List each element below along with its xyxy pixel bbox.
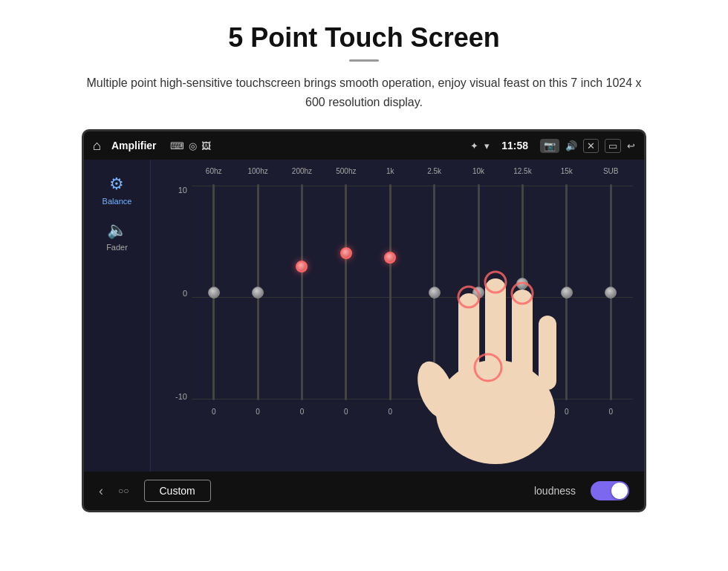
- slider-track-5[interactable]: [433, 184, 435, 400]
- slider-label-1: 0: [256, 408, 260, 416]
- slider-col-7[interactable]: 0: [504, 178, 541, 416]
- slider-track-4[interactable]: [389, 184, 391, 400]
- fader-label: Fader: [106, 243, 128, 252]
- slider-thumb-0[interactable]: [208, 287, 220, 298]
- slider-thumb-6[interactable]: [472, 287, 484, 298]
- slider-label-2: 0: [300, 408, 305, 416]
- slider-thumb-3[interactable]: [340, 247, 352, 259]
- freq-500hz: 500hz: [328, 167, 365, 175]
- window-icon[interactable]: ▭: [605, 139, 621, 153]
- status-time: 11:58: [501, 140, 528, 151]
- slider-label-7: 0: [521, 408, 525, 416]
- sidebar: ⚙ Balance 🔈 Fader: [84, 160, 151, 472]
- back-button[interactable]: ‹: [99, 483, 103, 499]
- eq-scale: 10 0 -10: [162, 178, 192, 416]
- slider-label-0: 0: [212, 408, 216, 416]
- freq-sub: SUB: [592, 167, 629, 175]
- close-icon[interactable]: ✕: [583, 139, 599, 153]
- custom-button[interactable]: Custom: [144, 480, 211, 502]
- slider-thumb-9[interactable]: [605, 287, 617, 298]
- toggle-knob: [611, 483, 628, 499]
- volume-icon[interactable]: 🔊: [565, 140, 577, 151]
- slider-col-9[interactable]: 0: [592, 178, 629, 416]
- wifi-icon: ▾: [484, 140, 490, 151]
- slider-label-9: 0: [608, 408, 613, 416]
- bluetooth-icon: ✦: [470, 140, 478, 151]
- app-name: Amplifier: [111, 140, 157, 151]
- slider-thumb-1[interactable]: [252, 287, 264, 298]
- slider-track-1[interactable]: [257, 184, 259, 400]
- loudness-toggle[interactable]: [591, 481, 629, 500]
- title-divider: [349, 59, 379, 62]
- slider-track-0[interactable]: [212, 184, 215, 400]
- slider-col-0[interactable]: 0: [195, 178, 233, 416]
- slider-col-2[interactable]: 0: [283, 178, 320, 416]
- status-icons-group: ⌨ ◎ 🖼: [170, 140, 465, 151]
- eq-body: 10 0 -10 0: [162, 178, 633, 416]
- freq-labels: 60hz 100hz 200hz 500hz 1k 2.5k 10k 12.5k…: [192, 167, 633, 175]
- slider-label-6: 0: [476, 408, 481, 416]
- slider-col-5[interactable]: 0: [416, 178, 453, 416]
- device-frame: ⌂ Amplifier ⌨ ◎ 🖼 ✦ ▾ 11:58 📷 🔊 ✕ ▭ ↩ ⚙ …: [82, 129, 646, 512]
- sidebar-item-balance[interactable]: ⚙ Balance: [103, 174, 132, 206]
- slider-col-6[interactable]: 0: [460, 178, 497, 416]
- freq-100hz: 100hz: [239, 167, 276, 175]
- eq-sliders: 0 0 0: [192, 178, 633, 416]
- status-bar: ⌂ Amplifier ⌨ ◎ 🖼 ✦ ▾ 11:58 📷 🔊 ✕ ▭ ↩: [84, 131, 644, 160]
- slider-label-8: 0: [565, 408, 569, 416]
- slider-track-9[interactable]: [610, 184, 612, 400]
- fader-icon: 🔈: [107, 221, 127, 240]
- slider-label-5: 0: [432, 408, 437, 416]
- freq-10k: 10k: [460, 167, 497, 175]
- page-title: 5 Point Touch Screen: [228, 22, 499, 53]
- eq-area: 60hz 100hz 200hz 500hz 1k 2.5k 10k 12.5k…: [151, 160, 644, 472]
- status-right-icons: 📷 🔊 ✕ ▭ ↩: [540, 139, 635, 153]
- main-area: ⚙ Balance 🔈 Fader 60hz 100hz 200hz 500hz…: [84, 160, 644, 472]
- freq-60hz: 60hz: [195, 167, 233, 175]
- scale-10: 10: [178, 186, 187, 195]
- scale-0: 0: [183, 289, 187, 298]
- slider-track-8[interactable]: [565, 184, 568, 400]
- slider-col-4[interactable]: 0: [371, 178, 409, 416]
- slider-label-3: 0: [344, 408, 348, 416]
- sidebar-item-fader[interactable]: 🔈 Fader: [106, 221, 128, 252]
- freq-25k: 2.5k: [416, 167, 453, 175]
- bottom-bar: ‹ ○○ Custom loudness: [84, 472, 644, 510]
- slider-thumb-8[interactable]: [561, 287, 573, 298]
- freq-15k: 15k: [548, 167, 585, 175]
- freq-1k: 1k: [371, 167, 409, 175]
- slider-label-4: 0: [388, 408, 392, 416]
- slider-thumb-7[interactable]: [516, 278, 528, 290]
- image-icon: 🖼: [201, 140, 211, 151]
- slider-track-2[interactable]: [301, 184, 303, 400]
- dot-icon: ◎: [189, 140, 197, 151]
- nav-dots: ○○: [118, 486, 129, 496]
- loudness-label: loudness: [534, 485, 576, 497]
- slider-col-1[interactable]: 0: [239, 178, 276, 416]
- slider-track-6[interactable]: [478, 184, 480, 400]
- home-icon[interactable]: ⌂: [93, 138, 101, 154]
- slider-thumb-5[interactable]: [429, 287, 441, 298]
- balance-icon: ⚙: [109, 174, 124, 194]
- back-icon[interactable]: ↩: [627, 140, 635, 151]
- slider-col-8[interactable]: 0: [548, 178, 585, 416]
- camera-icon[interactable]: 📷: [540, 139, 559, 153]
- page-subtitle: Multiple point high-sensitive touchscree…: [82, 74, 646, 111]
- freq-125k: 12.5k: [504, 167, 541, 175]
- slider-thumb-4[interactable]: [384, 252, 396, 264]
- slider-col-3[interactable]: 0: [328, 178, 365, 416]
- balance-label: Balance: [103, 197, 132, 206]
- slider-track-3[interactable]: [345, 184, 347, 400]
- freq-200hz: 200hz: [283, 167, 320, 175]
- slider-thumb-2[interactable]: [296, 261, 308, 273]
- scale-neg10: -10: [175, 392, 187, 401]
- usb-icon: ⌨: [170, 140, 184, 151]
- slider-track-7[interactable]: [521, 184, 524, 400]
